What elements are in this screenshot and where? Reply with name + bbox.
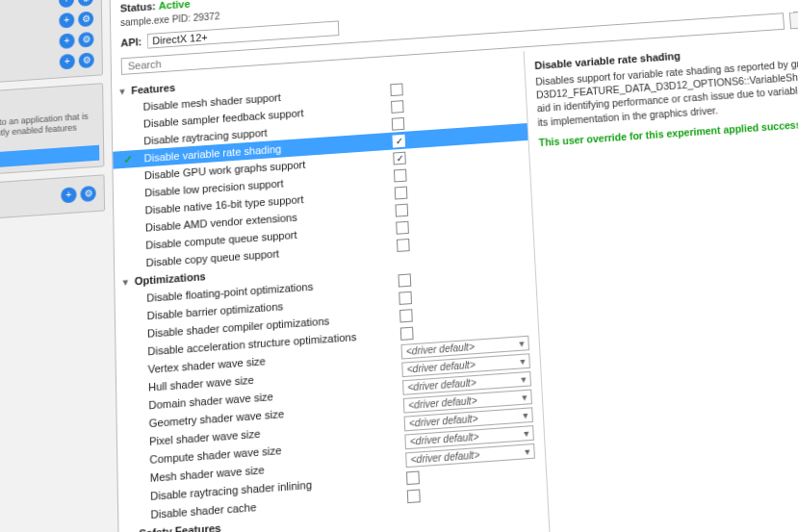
api-label: API: xyxy=(120,36,142,48)
status-value: Active xyxy=(159,0,191,12)
add-icon[interactable]: + xyxy=(60,54,75,70)
add-icon[interactable]: + xyxy=(61,188,76,204)
experiment-checkbox[interactable] xyxy=(391,100,404,114)
applied-check-icon xyxy=(121,176,135,177)
chevron-down-icon: ▾ xyxy=(520,355,526,367)
applied-check-icon xyxy=(122,228,136,229)
applied-check-icon xyxy=(125,406,139,407)
applied-check-icon xyxy=(121,193,135,194)
add-icon[interactable]: + xyxy=(60,33,75,49)
experiment-checkbox[interactable] xyxy=(398,273,411,287)
tree-group-label: Optimizations xyxy=(135,270,206,287)
experiment-checkbox[interactable] xyxy=(406,470,420,485)
applied-check-icon xyxy=(125,424,139,425)
chevron-down-icon: ▾ xyxy=(521,373,527,385)
experiment-checkbox[interactable] xyxy=(390,83,403,96)
experiment-checkbox[interactable] xyxy=(393,151,406,165)
modules-panel: …ling+⚙…ory Trace+⚙…cing+⚙…nalysis+⚙…loc… xyxy=(0,0,103,89)
tree-group-label: Safety Features xyxy=(139,521,220,532)
application-selected[interactable] xyxy=(0,145,99,174)
applied-check-icon xyxy=(120,108,134,109)
applied-check-icon xyxy=(122,246,136,247)
experiments-tree: ▾FeaturesDisable mesh shader supportDisa… xyxy=(112,55,548,532)
experiment-checkbox[interactable] xyxy=(395,203,408,216)
applied-check-icon xyxy=(123,298,137,299)
applied-check-icon xyxy=(124,370,138,371)
chevron-down-icon: ▾ xyxy=(524,427,529,439)
experiment-checkbox[interactable] xyxy=(392,134,405,147)
chevron-down-icon: ▾ xyxy=(525,445,530,457)
applied-check-icon xyxy=(120,124,134,125)
experiment-checkbox[interactable] xyxy=(392,116,405,130)
windows-panel: (Windows) + ⚙ xyxy=(0,175,105,226)
chevron-down-icon[interactable]: ▾ xyxy=(127,527,140,532)
gear-icon[interactable]: ⚙ xyxy=(79,52,94,68)
experiment-checkbox[interactable] xyxy=(407,489,421,503)
applied-check-icon xyxy=(121,211,135,212)
chevron-down-icon: ▾ xyxy=(523,409,528,420)
gear-icon[interactable]: ⚙ xyxy=(78,0,93,7)
experiment-checkbox[interactable] xyxy=(396,220,409,234)
experiment-checkbox[interactable] xyxy=(397,238,410,251)
applied-check-icon xyxy=(127,516,142,517)
module-item[interactable]: …locks+⚙ xyxy=(0,50,94,82)
add-icon[interactable]: + xyxy=(59,13,74,29)
add-icon[interactable]: + xyxy=(59,0,74,8)
chevron-down-icon[interactable]: ▾ xyxy=(119,85,131,98)
status-label: Status: xyxy=(120,0,156,13)
experiment-checkbox[interactable] xyxy=(399,291,412,304)
experiment-checkbox[interactable] xyxy=(399,309,413,322)
applied-check-icon xyxy=(120,141,134,142)
applied-check-icon xyxy=(124,352,138,353)
chevron-down-icon[interactable]: ▾ xyxy=(122,275,134,289)
gear-icon[interactable]: ⚙ xyxy=(78,12,93,28)
applied-check-icon xyxy=(126,478,140,479)
gear-icon[interactable]: ⚙ xyxy=(80,186,95,202)
applied-check-icon xyxy=(122,264,136,265)
experiment-checkbox[interactable] xyxy=(395,186,408,199)
gear-icon[interactable]: ⚙ xyxy=(78,32,93,48)
driver-experiments-panel: Driver Experiments Changes have been mad… xyxy=(109,0,798,532)
chevron-down-icon: ▾ xyxy=(522,391,528,402)
applied-check-icon xyxy=(126,460,140,461)
experiment-checkbox[interactable] xyxy=(400,326,414,340)
applied-check-icon xyxy=(126,496,141,497)
tree-group-label: Features xyxy=(131,82,175,96)
applied-check-icon xyxy=(123,317,137,317)
experiment-checkbox[interactable] xyxy=(394,168,407,182)
applied-check-icon xyxy=(125,443,139,443)
applied-check-icon xyxy=(123,334,137,335)
applied-check-icon: ✓ xyxy=(120,153,134,166)
chevron-down-icon: ▾ xyxy=(519,338,525,349)
applications-panel: …ications Automatically connect to an ap… xyxy=(0,83,104,181)
experiment-detail: Import Disable variable rate shading Dis… xyxy=(525,21,798,532)
applied-check-icon xyxy=(124,388,138,389)
